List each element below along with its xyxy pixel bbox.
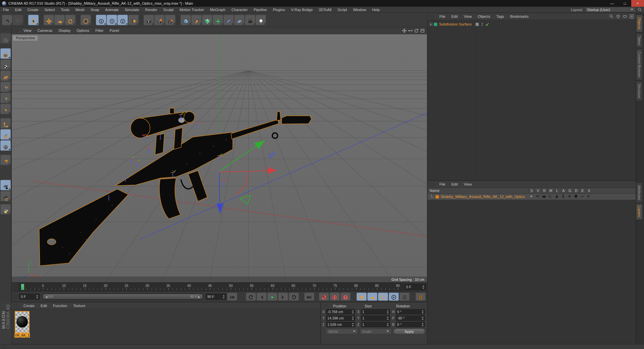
add-light-button[interactable]	[256, 15, 266, 25]
stepper-arrows-icon[interactable]	[385, 323, 389, 327]
toggle-view-icon[interactable]	[420, 28, 425, 33]
undo-button[interactable]	[2, 15, 12, 25]
close-button[interactable]: ×	[631, 0, 644, 7]
viewport-menu-display[interactable]: Display	[55, 28, 73, 33]
materials-menu-texture[interactable]: Texture	[70, 303, 88, 308]
vis-dots-icon[interactable]	[480, 22, 484, 27]
cell-dot[interactable]	[528, 194, 535, 199]
stepper-arrows-icon[interactable]	[420, 323, 424, 327]
layout-dropdown[interactable]: Startup (User)	[585, 7, 635, 12]
expand-plus-icon[interactable]	[429, 22, 433, 27]
eye-small-icon[interactable]	[622, 14, 628, 19]
column-header-s[interactable]: S	[528, 188, 535, 193]
range-slider-handle[interactable]: ◀ 0 F 90 F ▶	[43, 294, 203, 299]
rotate-button[interactable]	[65, 15, 75, 25]
render-picture-viewer-button[interactable]	[154, 15, 165, 25]
object-manager-menu-view[interactable]: View	[461, 14, 475, 19]
menu-mesh[interactable]: Mesh	[72, 7, 88, 12]
menu-sculpt[interactable]: Sculpt	[160, 7, 177, 12]
timeline-ruler[interactable]: 051015202530354045505560657075808590	[18, 283, 404, 291]
move-button[interactable]	[44, 15, 54, 25]
previous-key-button[interactable]	[246, 293, 256, 301]
redo-button[interactable]	[13, 15, 23, 25]
materials-menu-function[interactable]: Function	[50, 303, 70, 308]
lock-x-axis-button[interactable]: X	[96, 15, 106, 25]
rotate-view-icon[interactable]	[414, 28, 419, 33]
rotation-h-field[interactable]: 0 °	[396, 309, 425, 314]
last-used-tool-button[interactable]	[80, 15, 91, 25]
add-camera-button[interactable]	[245, 15, 255, 25]
search-icon[interactable]	[637, 7, 643, 12]
materials-menu-edit[interactable]: Edit	[38, 303, 50, 308]
layers-menu-edit[interactable]: Edit	[448, 182, 461, 187]
statusbar-grip[interactable]	[1, 345, 7, 349]
material-preview[interactable]	[15, 311, 30, 333]
stepper-arrows-icon[interactable]	[385, 316, 389, 320]
viewport-menu-filter[interactable]: Filter	[92, 28, 106, 33]
cell-filmsm[interactable]	[541, 194, 547, 199]
column-header-a[interactable]: A	[560, 188, 567, 193]
menu-create[interactable]: Create	[24, 7, 42, 12]
polygons-mode-button[interactable]	[0, 104, 11, 114]
timeline-range-slider[interactable]: ◀ 0 F 90 F ▶	[42, 293, 204, 300]
layers-menu-file[interactable]: File	[436, 182, 448, 187]
timeline-grip[interactable]	[13, 285, 16, 289]
menu-v-ray-bridge[interactable]: V-Ray Bridge	[288, 7, 316, 12]
record-rotation-button[interactable]	[378, 293, 388, 301]
position-x-field[interactable]: -0.768 cm	[326, 309, 355, 314]
tab-structure[interactable]: Structure	[636, 81, 643, 101]
viewport-menu-view[interactable]: View	[20, 28, 35, 33]
transport-grip[interactable]	[14, 295, 18, 299]
add-modeling-object-button[interactable]	[223, 15, 234, 25]
position-z-field[interactable]: 1.539 cm	[326, 322, 355, 327]
frame-spinner[interactable]: 0 F	[19, 294, 40, 300]
material-name[interactable]: VR_AK_1	[14, 333, 30, 338]
workplane-snapping-button[interactable]	[0, 191, 11, 201]
tab-layers[interactable]: Layers	[636, 204, 643, 220]
add-subdivision-surface-button[interactable]	[202, 15, 212, 25]
goto-start-button[interactable]	[227, 293, 237, 301]
stepper-arrows-icon[interactable]	[420, 310, 424, 314]
viewport-menu-options[interactable]: Options	[73, 28, 92, 33]
cell-lock[interactable]	[554, 194, 560, 199]
column-header-d[interactable]: D	[573, 188, 579, 193]
menu-render[interactable]: Render	[142, 7, 160, 12]
cell-hier[interactable]	[547, 194, 554, 199]
tab-takes[interactable]: Takes	[636, 33, 643, 48]
scale-dropdown[interactable]: Scale	[360, 329, 392, 334]
menu-plugins[interactable]: Plugins	[270, 7, 288, 12]
texture-mode-button[interactable]	[0, 59, 11, 70]
object-manager-menu-bookmarks[interactable]: Bookmarks	[507, 14, 532, 19]
add-deformer-button[interactable]	[213, 15, 223, 25]
menu-tools[interactable]: Tools	[58, 7, 72, 12]
column-header-x[interactable]: X	[586, 188, 592, 193]
rotation-p-field[interactable]: -90 °	[396, 315, 425, 321]
column-header-e[interactable]: E	[579, 188, 586, 193]
points-mode-button[interactable]	[0, 82, 11, 92]
next-key-button[interactable]	[289, 293, 299, 301]
maximize-button[interactable]: □	[619, 0, 631, 7]
layers-grip[interactable]	[429, 182, 435, 186]
menu-3dtoall[interactable]: 3DToAll	[316, 7, 334, 12]
tab-content-browser[interactable]: Content Browser	[636, 49, 643, 80]
tab-objects[interactable]: Objects	[636, 15, 643, 32]
object-manager-menu-tags[interactable]: Tags	[493, 14, 507, 19]
tweak-mode-button[interactable]	[0, 129, 11, 140]
scale-button[interactable]	[54, 15, 65, 25]
stepper-arrows-icon[interactable]	[420, 316, 424, 320]
size-x-field[interactable]: 1	[361, 309, 390, 314]
menu-simulate[interactable]: Simulate	[122, 7, 142, 12]
column-header-g[interactable]: G	[567, 188, 573, 193]
size-y-field[interactable]: 1	[361, 315, 390, 321]
edges-mode-button[interactable]	[0, 93, 11, 103]
lock-y-axis-button[interactable]: Y	[107, 15, 117, 25]
menu-edit[interactable]: Edit	[12, 7, 24, 12]
make-preview-button[interactable]	[416, 293, 426, 301]
layer-object-row[interactable]: Shabby_Military_Assault_Rifle_AK_12_with…	[428, 194, 636, 200]
cell-kglyph[interactable]: K	[586, 194, 592, 199]
record-keyframe-button[interactable]	[319, 293, 329, 301]
viewport-menu-panel[interactable]: Panel	[107, 28, 122, 33]
camera-label[interactable]: Perspective	[13, 36, 38, 41]
record-parameter-button[interactable]: P	[389, 293, 399, 301]
lock-workplane-button[interactable]	[0, 180, 11, 190]
